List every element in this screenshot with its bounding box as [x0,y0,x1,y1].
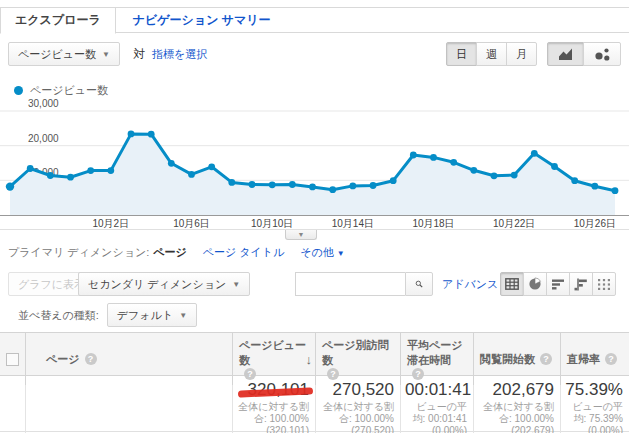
metric-select-value: ページビュー数 [18,47,96,62]
data-point[interactable] [591,183,598,190]
data-point[interactable] [67,174,74,181]
table-view-button[interactable] [500,272,524,296]
data-point[interactable] [208,163,215,170]
column-header-pageviews[interactable]: ページビュー数 ? ↓ [232,333,315,385]
data-point[interactable] [531,150,538,157]
data-point[interactable] [188,171,195,178]
totals-avg-time-cell: 00:01:41 ビューの平均: 00:01:41(0.00%) [400,376,473,433]
totals-entrances-cell: 202,679 全体に対する割合: 100.00%(202,679) [473,376,560,433]
y-axis-tick-label: 30,000 [28,98,59,109]
vs-label: 対 [133,47,145,61]
table-grid-icon [505,278,519,290]
caret-down-icon: ▼ [102,50,110,59]
dimension-page-title-link[interactable]: ページ タイトル [203,246,285,258]
report-tab-bar: エクスプローラ ナビゲーション サマリー [0,7,629,33]
granularity-day-button[interactable]: 日 [446,42,477,66]
select-metric-link[interactable]: 指標を選択 [152,48,207,60]
table-search [295,272,433,296]
caret-down-icon: ▼ [179,311,187,320]
data-point[interactable] [450,159,457,166]
data-point[interactable] [47,172,54,179]
search-button[interactable] [405,272,433,296]
sort-type-row: 並べ替えの種類: デフォルト ▼ [18,303,197,327]
dimension-other-dropdown[interactable]: その他▼ [300,246,344,258]
data-point[interactable] [511,172,518,179]
pivot-view-button[interactable] [592,272,616,296]
pageviews-timeseries-chart[interactable]: 10,00020,00030,000 [0,96,629,216]
sort-type-label: 並べ替えの種類: [18,308,99,323]
data-point[interactable] [6,182,14,190]
analytics-explorer-report: エクスプローラ ナビゲーション サマリー ページビュー数 ▼ 対 指標を選択 日… [0,0,629,433]
data-point[interactable] [128,131,135,138]
data-point[interactable] [390,177,397,184]
dimension-page[interactable]: ページ [153,246,187,258]
data-point[interactable] [410,152,417,159]
column-header-unique-pageviews[interactable]: ページ別訪問数 ? [315,333,400,385]
data-point[interactable] [168,160,175,167]
chart-right-controls: 日 週 月 [446,42,621,66]
sort-type-dropdown[interactable]: デフォルト ▼ [107,303,197,327]
data-point[interactable] [107,167,114,174]
data-point[interactable] [551,163,558,170]
secondary-dimension-dropdown[interactable]: セカンダリ ディメンション ▼ [78,272,250,296]
horizontal-bars-icon [551,278,565,291]
table-header-row: ページ ? ページビュー数 ? ↓ ページ別訪問数 ? 平均ページ滞在時間 ? … [0,332,629,376]
totals-bounce-rate-value: 75.39% [565,379,623,400]
chart-type-group [547,42,621,66]
caret-down-icon: ▼ [337,249,345,258]
line-chart-view-button[interactable] [547,42,584,66]
tab-navigation-summary[interactable]: ナビゲーション サマリー [119,8,285,34]
comparison-view-button[interactable] [569,272,593,296]
granularity-week-button[interactable]: 週 [476,42,507,66]
data-point[interactable] [228,179,235,186]
data-point[interactable] [349,183,356,190]
metric-select-dropdown[interactable]: ページビュー数 ▼ [8,42,120,66]
performance-view-button[interactable] [546,272,570,296]
help-icon[interactable]: ? [85,353,97,365]
data-point[interactable] [612,187,619,194]
tab-navigation-summary-label: ナビゲーション サマリー [133,13,271,27]
series-color-dot [14,86,23,95]
table-toolbar: グラフに表示 セカンダリ ディメンション ▼ アドバンス [0,272,629,298]
data-point[interactable] [329,186,336,193]
data-point[interactable] [309,184,316,191]
data-point[interactable] [491,172,498,179]
chart-collapse-button[interactable]: ▼ [285,230,317,240]
pivot-table-icon [597,278,611,291]
data-point[interactable] [27,165,34,172]
motion-chart-view-button[interactable] [583,42,621,66]
tab-explorer[interactable]: エクスプローラ [0,8,116,34]
select-all-checkbox[interactable] [6,353,19,366]
data-point[interactable] [269,181,276,188]
pie-chart-icon [528,277,542,291]
help-icon[interactable]: ? [605,353,617,365]
granularity-month-button[interactable]: 月 [506,42,537,66]
data-point[interactable] [289,181,296,188]
column-header-page[interactable]: ページ ? [25,333,232,385]
motion-chart-icon [593,47,611,62]
chevron-down-icon: ▼ [298,231,305,238]
sort-descending-icon[interactable]: ↓ [306,352,313,367]
help-icon[interactable]: ? [540,353,552,365]
advanced-search-link[interactable]: アドバンス [442,277,498,292]
totals-pageviews-value: 320,101 [237,379,309,400]
data-point[interactable] [470,167,477,174]
data-point[interactable] [370,182,377,189]
primary-dimension-row: プライマリ ディメンション:ページページ タイトルその他▼ [8,245,345,260]
chart-controls: ページビュー数 ▼ 対 指標を選択 日 週 月 [8,42,621,68]
data-point[interactable] [571,177,578,184]
data-point[interactable] [249,181,256,188]
column-header-entrances[interactable]: 閲覧開始数 ? [473,333,560,385]
totals-entrances-value: 202,679 [478,379,554,400]
column-header-bounce-rate[interactable]: 直帰率 ? [560,333,629,385]
percentage-view-button[interactable] [523,272,547,296]
comparison-bars-icon [574,278,588,291]
granularity-group: 日 週 月 [446,42,537,66]
search-input[interactable] [295,272,405,296]
data-point[interactable] [148,131,155,138]
totals-avg-time-value: 00:01:41 [405,379,467,400]
column-header-avg-time[interactable]: 平均ページ滞在時間 ? [400,333,473,385]
data-point[interactable] [430,154,437,161]
data-point[interactable] [87,167,94,174]
header-select-cell [0,333,25,385]
